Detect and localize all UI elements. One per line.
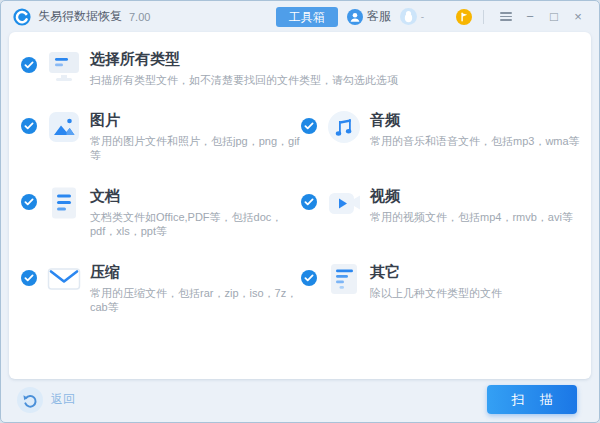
scan-button[interactable]: 扫 描 [487, 385, 577, 414]
category-title[interactable]: 音频 [370, 110, 580, 130]
check-circle-icon[interactable] [21, 194, 37, 210]
select-all-text: 选择所有类型 扫描所有类型文件，如不清楚要找回的文件类型，请勾选此选项 [90, 48, 398, 87]
titlebar-right: 工具箱 客服 - [276, 7, 589, 27]
category-row-other[interactable]: 其它 除以上几种文件类型的文件 [301, 261, 583, 314]
minimize-button[interactable]: − [519, 7, 541, 27]
upgrade-flag-icon[interactable] [456, 9, 472, 25]
category-title[interactable]: 文档 [90, 186, 301, 206]
category-row-image[interactable]: 图片 常用的图片文件和照片，包括jpg，png，gif等 [21, 109, 301, 162]
category-row-audio[interactable]: 音频 常用的音乐和语音文件，包括mp3，wma等 [301, 109, 583, 162]
footer-bar: 返回 扫 描 [1, 377, 599, 422]
back-label: 返回 [51, 391, 75, 408]
check-circle-icon[interactable] [21, 118, 37, 134]
audio-icon [326, 109, 362, 145]
back-arrow-icon [17, 387, 43, 413]
app-version: 7.00 [129, 11, 150, 23]
category-desc: 除以上几种文件类型的文件 [370, 286, 502, 300]
document-icon [46, 185, 82, 221]
category-row-archive[interactable]: 压缩 常用的压缩文件，包括rar，zip，iso，7z，cab等 [21, 261, 301, 314]
close-button[interactable]: × [567, 7, 589, 27]
customer-service-label: 客服 [367, 8, 391, 25]
all-types-monitor-icon [46, 48, 82, 84]
window-controls: − □ × [495, 7, 589, 27]
category-title[interactable]: 视频 [370, 186, 573, 206]
back-button[interactable]: 返回 [17, 387, 75, 413]
archive-icon [46, 261, 82, 297]
other-types-icon [326, 261, 362, 297]
person-icon [347, 9, 363, 25]
check-circle-icon[interactable] [301, 118, 317, 134]
category-desc: 常用的图片文件和照片，包括jpg，png，gif等 [90, 134, 301, 162]
select-all-row[interactable]: 选择所有类型 扫描所有类型文件，如不清楚要找回的文件类型，请勾选此选项 [9, 46, 591, 87]
select-all-desc: 扫描所有类型文件，如不清楚要找回的文件类型，请勾选此选项 [90, 73, 398, 87]
check-circle-icon[interactable] [301, 270, 317, 286]
video-icon [326, 185, 362, 221]
category-desc: 常用的视频文件，包括mp4，rmvb，avi等 [370, 210, 573, 224]
select-all-title[interactable]: 选择所有类型 [90, 49, 398, 69]
titlebar-left: 失易得数据恢复 7.00 [13, 8, 150, 26]
titlebar: 失易得数据恢复 7.00 工具箱 客服 - [1, 1, 599, 32]
qq-contact-button[interactable]: - [400, 8, 424, 25]
file-type-panel: 选择所有类型 扫描所有类型文件，如不清楚要找回的文件类型，请勾选此选项 图片 [9, 32, 591, 379]
image-icon [46, 109, 82, 145]
app-logo-icon [13, 8, 31, 26]
customer-service-button[interactable]: 客服 [347, 8, 391, 25]
app-window: 失易得数据恢复 7.00 工具箱 客服 - [0, 0, 600, 423]
category-title[interactable]: 其它 [370, 262, 502, 282]
menu-icon[interactable] [495, 7, 517, 27]
maximize-button[interactable]: □ [543, 7, 565, 27]
check-circle-icon[interactable] [21, 57, 37, 73]
category-desc: 常用的音乐和语音文件，包括mp3，wma等 [370, 134, 580, 148]
category-row-video[interactable]: 视频 常用的视频文件，包括mp4，rmvb，avi等 [301, 185, 583, 238]
category-title[interactable]: 压缩 [90, 262, 301, 282]
category-grid: 图片 常用的图片文件和照片，包括jpg，png，gif等 [9, 109, 591, 314]
category-row-document[interactable]: 文档 文档类文件如Office,PDF等，包括doc，pdf，xls，ppt等 [21, 185, 301, 238]
qq-dash-label: - [421, 11, 424, 22]
category-desc: 常用的压缩文件，包括rar，zip，iso，7z，cab等 [90, 286, 301, 314]
toolbox-button[interactable]: 工具箱 [276, 7, 338, 27]
category-desc: 文档类文件如Office,PDF等，包括doc，pdf，xls，ppt等 [90, 210, 301, 238]
category-title[interactable]: 图片 [90, 110, 301, 130]
check-circle-icon[interactable] [21, 270, 37, 286]
app-title: 失易得数据恢复 [38, 8, 122, 25]
qq-penguin-icon [400, 8, 417, 25]
titlebar-divider [483, 10, 484, 24]
check-circle-icon[interactable] [301, 194, 317, 210]
